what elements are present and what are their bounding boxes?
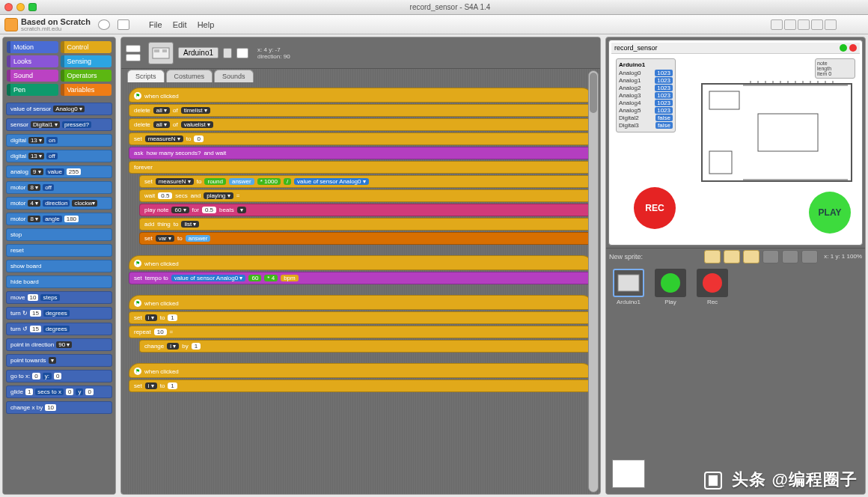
- length-label: length: [817, 66, 853, 71]
- script-block[interactable]: set i ▾ to 1: [129, 379, 593, 392]
- hat-block[interactable]: ⚑ when clicked: [129, 88, 593, 103]
- hat-block[interactable]: ⚑ when clicked: [129, 255, 593, 270]
- svg-rect-2: [162, 49, 167, 52]
- minimize-window-icon[interactable]: [16, 3, 25, 11]
- script-block[interactable]: ask how many seconds? and wait: [129, 147, 593, 159]
- menu-edit[interactable]: Edit: [173, 20, 187, 29]
- script-block[interactable]: set tempo to value of sensor Analog0 ▾ 6…: [129, 272, 593, 284]
- sprite-item[interactable]: Play: [652, 269, 688, 305]
- tool-cut-icon[interactable]: [798, 19, 810, 30]
- sprite-list[interactable]: Arduino1PlayRec: [606, 264, 865, 494]
- globe-icon[interactable]: [98, 19, 110, 30]
- script-block[interactable]: delete all ▾ of valuelist ▾: [129, 118, 593, 131]
- palette-block[interactable]: motor 8 ▾off: [6, 181, 112, 194]
- script-block[interactable]: set i ▾ to 1: [129, 311, 593, 324]
- sprite-item[interactable]: Arduino1: [611, 269, 647, 305]
- stage-title: record_sensor: [614, 44, 658, 52]
- play-button[interactable]: PLAY: [809, 192, 851, 234]
- palette-scroll[interactable]: value of sensor Analog0 ▾sensor Digital1…: [3, 100, 115, 494]
- palette-block[interactable]: glide 1secs to x0y0: [6, 385, 112, 398]
- close-window-icon[interactable]: [4, 3, 13, 11]
- palette-block[interactable]: motor 4 ▾directionclockw▾: [6, 197, 112, 210]
- palette-block[interactable]: turn ↻ 15degrees: [6, 307, 112, 320]
- tab-sounds[interactable]: Sounds: [214, 70, 254, 82]
- menu-help[interactable]: Help: [198, 20, 215, 29]
- tool-grow-icon[interactable]: [811, 19, 823, 30]
- palette-block[interactable]: go to x: 0y:0: [6, 370, 112, 382]
- sprite-name-field[interactable]: Arduino1: [178, 47, 218, 58]
- folder-sprite-icon[interactable]: [782, 250, 798, 263]
- category-control[interactable]: Control: [61, 41, 112, 53]
- palette-block[interactable]: analog 9 ▾value255: [6, 165, 112, 178]
- menu-file[interactable]: File: [149, 20, 162, 29]
- lock-icon[interactable]: [223, 48, 232, 58]
- paint-sprite-icon[interactable]: [704, 250, 721, 263]
- menubar: Based on Scratch scratch.mit.edu File Ed…: [0, 15, 868, 34]
- palette-block[interactable]: sensor Digital1 ▾pressed?: [6, 118, 112, 131]
- palette-block[interactable]: motor 8 ▾angle180: [6, 213, 112, 225]
- palette-block[interactable]: move 10steps: [6, 291, 112, 304]
- tab-costumes[interactable]: Costumes: [166, 70, 213, 82]
- stop-all-icon[interactable]: [849, 44, 857, 52]
- palette-block[interactable]: digital 13 ▾off: [6, 150, 112, 162]
- flip-v-icon[interactable]: [126, 54, 141, 61]
- palette-block[interactable]: point towards ▾: [6, 354, 112, 367]
- category-sound[interactable]: Sound: [7, 70, 58, 82]
- tool-shrink-icon[interactable]: [825, 19, 837, 30]
- script-block[interactable]: forever: [129, 161, 593, 174]
- script-block[interactable]: wait 0.5 secs and playing ▾ =: [139, 189, 593, 202]
- stage[interactable]: Arduino1Analog01023Analog11023Analog2102…: [611, 54, 860, 243]
- palette-block[interactable]: change x by 10: [6, 401, 112, 414]
- tool-stamp-icon[interactable]: [784, 19, 796, 30]
- camera-sprite-icon[interactable]: [762, 250, 779, 263]
- import-sprite-icon[interactable]: [801, 250, 818, 263]
- palette-block[interactable]: digital 13 ▾on: [6, 134, 112, 147]
- scripts-scrollbar[interactable]: [588, 70, 599, 493]
- script-block[interactable]: delete all ▾ of timelist ▾: [129, 104, 593, 117]
- script-block[interactable]: set measureN ▾ to round answer * 1000 / …: [139, 175, 593, 188]
- palette-block[interactable]: hide board: [6, 275, 112, 288]
- script-block[interactable]: set measureN ▾ to 0: [129, 132, 593, 145]
- hat-block[interactable]: ⚑ when clicked: [129, 295, 593, 310]
- category-sensing[interactable]: Sensing: [61, 55, 112, 67]
- category-pen[interactable]: Pen: [7, 84, 58, 96]
- palette-block[interactable]: value of sensor Analog0 ▾: [6, 103, 112, 115]
- export-sprite-icon[interactable]: [236, 48, 248, 58]
- stage-thumbnail[interactable]: [612, 460, 645, 488]
- palette-block[interactable]: reset: [6, 244, 112, 257]
- save-icon[interactable]: [117, 19, 129, 30]
- brand-tagline: scratch.mit.edu: [21, 26, 91, 32]
- palette-block[interactable]: turn ↺ 15degrees: [6, 323, 112, 335]
- hat-block[interactable]: ⚑ when clicked: [129, 363, 593, 378]
- scripts-canvas[interactable]: ⚑ when clickeddelete all ▾ of timelist ▾…: [121, 82, 600, 494]
- sensor-row: Analog21023: [619, 85, 673, 91]
- app-logo-icon: [4, 18, 18, 31]
- tool-pointer-icon[interactable]: [771, 19, 783, 30]
- category-looks[interactable]: Looks: [7, 55, 58, 67]
- palette-block[interactable]: stop: [6, 228, 112, 241]
- category-operators[interactable]: Operators: [61, 70, 112, 82]
- script-block[interactable]: set var ▾ to answer: [139, 232, 593, 245]
- choose-sprite-icon[interactable]: [724, 250, 740, 263]
- sprite-y: y: -7: [269, 46, 281, 53]
- script-block[interactable]: play note 60 ▾ for 0.5 beats ▾: [139, 204, 593, 216]
- script-block[interactable]: change i ▾ by 1: [139, 340, 593, 353]
- green-flag-icon[interactable]: [840, 44, 847, 52]
- sensor-readout[interactable]: Arduino1Analog01023Analog11023Analog2102…: [616, 58, 676, 132]
- palette-block[interactable]: show board: [6, 260, 112, 272]
- note-readout[interactable]: note length item 0: [815, 58, 855, 79]
- zoom-window-icon[interactable]: [28, 3, 37, 11]
- sprite-thumbnail[interactable]: [148, 42, 174, 64]
- stage-window: record_sensor Arduino1Analog01023Analog1…: [608, 40, 863, 246]
- script-block[interactable]: repeat 10 =: [129, 326, 593, 338]
- random-sprite-icon[interactable]: [743, 250, 760, 263]
- category-motion[interactable]: Motion: [7, 41, 58, 53]
- tab-scripts[interactable]: Scripts: [127, 70, 165, 82]
- category-variables[interactable]: Variables: [61, 84, 112, 96]
- rec-button[interactable]: REC: [634, 187, 676, 229]
- sprite-item[interactable]: Rec: [694, 269, 730, 305]
- palette-block[interactable]: point in direction 90 ▾: [6, 338, 112, 351]
- script-block[interactable]: add thing to list ▾: [139, 218, 593, 231]
- flip-h-icon[interactable]: [126, 45, 141, 52]
- category-grid: Motion Control Looks Sensing Sound Opera…: [3, 37, 115, 100]
